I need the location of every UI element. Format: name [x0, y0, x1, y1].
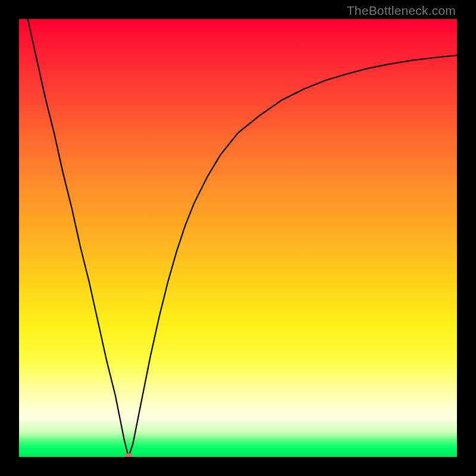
chart-frame: TheBottleneck.com	[0, 0, 476, 476]
optimal-point-marker	[125, 453, 132, 457]
bottleneck-curve	[28, 19, 457, 457]
plot-area	[19, 19, 457, 457]
curve-layer	[19, 19, 457, 457]
watermark-text: TheBottleneck.com	[347, 4, 456, 18]
